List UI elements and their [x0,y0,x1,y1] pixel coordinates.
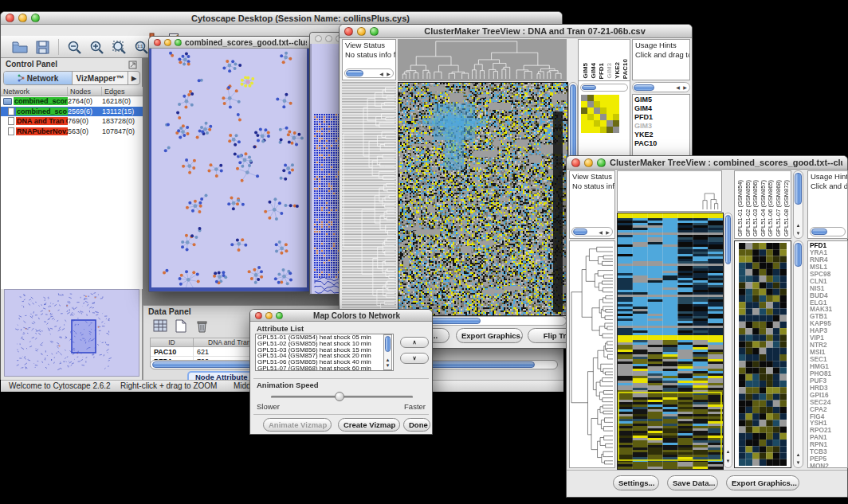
scroll-left-icon[interactable]: ◀ [597,229,604,235]
scroll-down-icon[interactable]: ▼ [724,459,732,464]
tv1-export-graphics-button[interactable]: Export Graphics... [456,328,523,343]
slider-thumb[interactable] [335,392,344,401]
tv1-zoom-scrollbar[interactable] [580,84,628,92]
scroll-left-icon[interactable]: ◀ [378,71,385,76]
zoom-selected-button[interactable] [109,37,128,57]
tab-network[interactable]: Network [4,72,73,84]
gene-label[interactable]: GIM5 [633,96,689,104]
treeview2-titlebar[interactable]: ClusterMaker TreeView : combined_scores_… [567,156,847,170]
scroll-right-icon[interactable]: ▶ [681,84,689,90]
attribute-list-scrollbar[interactable]: ▲ ▼ [383,334,392,370]
scroll-up-icon[interactable]: ▲ [794,223,803,229]
attribute-item[interactable]: GPL51-07 (GSM868) heat shock 60 min [256,365,393,371]
col-edges[interactable]: Edges [102,87,143,96]
close-button[interactable] [315,35,322,42]
save-button[interactable] [33,37,52,57]
gene-label[interactable]: MON2 [808,463,847,468]
edges-count: 183728(0) [102,117,143,125]
minimize-button[interactable] [265,312,273,319]
minimize-button[interactable] [584,158,593,167]
export-graphics-button[interactable]: Export Graphics... [726,475,799,490]
tv1-row-dendrogram[interactable] [342,82,396,315]
id-column-header[interactable]: ID [151,338,194,346]
close-button[interactable] [154,39,161,46]
network-row[interactable]: RNAPuberNov2+563(0)107847(0) [1,127,143,137]
tv2-hints-scrollbar[interactable] [810,227,846,236]
gene-label[interactable]: YKE2 [633,131,689,139]
network-row[interactable]: combined_sco2569(6)13112(15) [1,107,143,117]
close-button[interactable] [6,14,14,22]
scroll-right-icon[interactable]: ▶ [385,71,392,76]
new-attribute-button[interactable] [172,317,190,334]
minimize-button[interactable] [357,27,366,36]
scroll-left-icon[interactable]: ◀ [674,84,681,90]
tv2-row-dendrogram[interactable] [569,240,615,468]
attribute-list[interactable]: GPL51-01 (GSM854) heat shock 05 minGPL51… [255,334,394,371]
gene-label[interactable]: PAC10 [633,139,689,148]
minimize-button[interactable] [164,39,171,46]
open-file-button[interactable] [10,37,29,57]
scroll-right-icon[interactable]: ▶ [604,229,611,235]
close-button[interactable] [571,158,580,167]
tv2-main-scrollbar[interactable]: ▲ ▼ [724,213,732,468]
float-panel-icon[interactable] [128,61,137,69]
gene-label[interactable]: PFD1 [633,113,689,122]
done-button[interactable]: Done [403,418,430,432]
scroll-up-icon[interactable]: ▲ [794,452,803,458]
close-button[interactable] [344,27,353,36]
tv1-column-dendrogram[interactable] [398,39,567,81]
network-canvas-area[interactable] [149,49,312,291]
zoom-button[interactable] [31,14,40,22]
scroll-down-icon[interactable]: ▼ [384,363,391,369]
tv1-heatmap[interactable] [398,82,568,316]
birds-eye-view[interactable] [4,289,139,377]
gene-label[interactable]: GIM4 [633,104,689,113]
zoom-button[interactable] [597,158,606,167]
scroll-down-icon[interactable]: ▼ [794,460,803,466]
tab-overflow-button[interactable]: ▶ [128,72,139,84]
tv2-heatmap[interactable] [617,213,724,470]
column-label: PAC10 [622,59,629,79]
save-data-button[interactable]: Save Data... [667,475,718,490]
network-row[interactable]: combined_scores_2764(0)16218(0) [1,96,143,107]
group-divider [253,378,429,379]
tv2-zoom-scrollbar[interactable]: ▲ ▼ [793,240,803,468]
network-row[interactable]: DNA and Tran 07769(0)183728(0) [1,116,143,127]
scroll-up-icon[interactable]: ▲ [384,357,391,363]
tv2-column-dendrogram-area[interactable] [617,170,722,212]
zoom-in-button[interactable] [87,37,106,57]
create-vizmap-button[interactable]: Create Vizmap [338,418,400,432]
tv1-hints-scrollbar[interactable]: ◀ ▶ [632,82,690,92]
treeview1-titlebar[interactable]: ClusterMaker TreeView : DNA and Tran 07-… [340,25,692,38]
move-down-button[interactable]: ∨ [400,353,429,364]
tv2-labels-scrollbar[interactable]: ▲ ▼ [793,170,803,239]
col-network[interactable]: Network [1,87,68,96]
tv1-status-scrollbar[interactable]: ◀ ▶ [344,68,394,78]
delete-attribute-button[interactable] [193,317,210,334]
tv1-zoom-heatmap[interactable] [581,95,619,133]
main-titlebar[interactable]: Cytoscape Desktop (Session Name: collins… [1,12,562,25]
settings-button[interactable]: Settings... [613,475,659,490]
col-nodes[interactable]: Nodes [68,87,102,96]
dialog-titlebar[interactable]: Map Colors to Network [250,310,432,322]
zoom-out-button[interactable] [65,37,84,57]
scroll-down-icon[interactable]: ▼ [794,231,803,236]
tab-vizmapper[interactable]: VizMapper™ [73,72,128,84]
minimize-button[interactable] [325,35,332,42]
tv2-zoom-panel[interactable] [734,240,791,468]
overview-canvas [5,290,139,376]
close-button[interactable] [255,312,262,319]
scroll-up-icon[interactable]: ▲ [724,449,732,455]
zoom-button[interactable] [276,312,283,319]
select-attributes-button[interactable] [151,317,169,334]
tv2-status-scrollbar[interactable]: ◀ ▶ [571,227,613,236]
minimize-button[interactable] [18,14,27,22]
tv2-gene-list[interactable]: PFD1YRA1RNR4MSL1SPC98CLN1NIS1BUD4ELG1MAK… [807,240,848,468]
matrix-cell [613,95,619,101]
zoom-button[interactable] [175,39,182,46]
animate-vizmap-button[interactable]: Animate Vizmap [263,418,332,432]
zoom-button[interactable] [370,27,379,36]
move-up-button[interactable]: ∧ [400,337,429,348]
network-view-titlebar[interactable]: combined_scores_good.txt--cluste... [149,37,312,49]
gene-label[interactable]: GIM3 [633,122,689,131]
